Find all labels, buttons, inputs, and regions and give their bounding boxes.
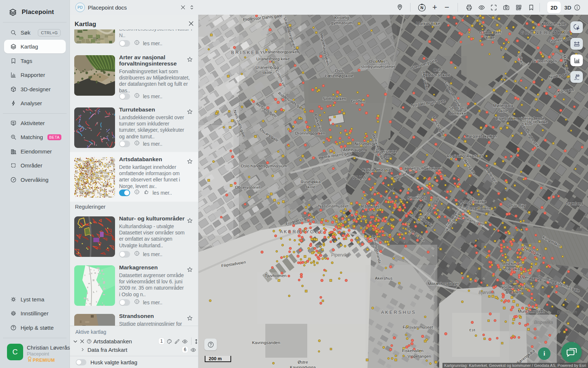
svg-text:G R Ü N E R L Ø K K A: G R Ü N E R L Ø K K A (520, 30, 570, 35)
svg-text:Kristelig: Kristelig (334, 15, 349, 20)
svg-text:Gamle Aker: Gamle Aker (479, 30, 501, 35)
svg-text:Bjørvika: Bjørvika (504, 267, 520, 271)
svg-text:Oslo handelsgymnasium: Oslo handelsgymnasium (241, 164, 287, 168)
svg-text:storbyuniversitetet: storbyuniversitetet (361, 64, 395, 69)
svg-text:Margaretakyrkan: Margaretakyrkan (465, 134, 497, 138)
svg-text:Militærhospitalet: Militærhospitalet (428, 282, 459, 286)
svg-text:Akershus: Akershus (375, 276, 392, 280)
svg-text:Bjørvika: Bjørvika (478, 290, 495, 295)
svg-text:Fiskehallen: Fiskehallen (402, 348, 423, 353)
svg-text:Katedralskole: Katedralskole (425, 73, 451, 77)
svg-text:B R I S K E B Y: B R I S K E B Y (231, 50, 263, 55)
svg-text:Nasjonalmuseet: Nasjonalmuseet (318, 204, 349, 208)
svg-text:Den: Den (509, 280, 517, 284)
svg-text:Forsvarsmuseet: Forsvarsmuseet (403, 325, 433, 329)
svg-text:N: N (420, 6, 423, 10)
svg-text:gymnasium: gymnasium (331, 21, 353, 25)
svg-text:skole: skole (306, 185, 316, 189)
svg-text:Oslo City: Oslo City (509, 204, 526, 208)
svg-text:Slottsparken: Slottsparken (323, 96, 346, 101)
svg-text:Lærerhøgskole: Lærerhøgskole (325, 74, 353, 78)
svg-text:E18: E18 (469, 328, 475, 332)
svg-text:Vippetangen: Vippetangen (408, 354, 431, 358)
svg-text:Oslo: Oslo (433, 68, 442, 72)
svg-text:Uranienborgparken: Uranienborgparken (263, 50, 299, 54)
svg-text:Rådhuset: Rådhuset (361, 204, 379, 209)
svg-text:Munchmuseet: Munchmuseet (518, 309, 545, 314)
svg-text:& Ballett: & Ballett (506, 290, 522, 294)
svg-text:Bispevika: Bispevika (534, 320, 553, 325)
svg-text:Stortinget: Stortinget (408, 196, 426, 200)
svg-text:Kavringdynga: Kavringdynga (290, 365, 316, 368)
svg-text:Kofoed skole: Kofoed skole (542, 22, 566, 26)
svg-text:Jacob kirke: Jacob kirke (526, 120, 548, 124)
svg-text:Regjeringskvartalet: Regjeringskvartalet (447, 154, 483, 158)
svg-text:skole: skole (498, 109, 508, 113)
svg-text:Oslo: Oslo (335, 68, 344, 73)
svg-text:Bispekilen: Bispekilen (557, 309, 577, 315)
svg-text:V I K A: V I K A (352, 175, 366, 180)
svg-text:Østre: Østre (298, 360, 308, 364)
svg-text:skole: skole (262, 70, 272, 75)
svg-text:kirke: kirke (486, 35, 495, 40)
svg-text:Grünerhagen: Grünerhagen (532, 59, 557, 63)
svg-text:OsloMet -: OsloMet - (369, 59, 387, 64)
svg-text:Grønland: Grønland (566, 201, 583, 206)
svg-text:A K E R B R Y G G E: A K E R B R Y G G E (280, 229, 323, 234)
svg-text:Markus kirke: Markus kirke (416, 21, 440, 26)
svg-text:Møllergata: Møllergata (493, 103, 513, 108)
svg-text:A K E R S H U S: A K E R S H U S (381, 310, 415, 315)
svg-text:Nationaltheatret: Nationaltheatret (362, 168, 392, 172)
svg-text:Ruseløkka: Ruseløkka (301, 180, 321, 184)
svg-text:Tjuvholmen: Tjuvholmen (265, 273, 286, 278)
svg-text:Basarhallene: Basarhallene (467, 206, 491, 210)
svg-text:Dronningparken: Dronningparken (295, 131, 325, 135)
svg-text:Deichman: Deichman (502, 262, 521, 266)
svg-text:Norske Opera: Norske Opera (500, 285, 527, 289)
svg-text:Observatoriet: Observatoriet (235, 185, 261, 190)
svg-text:Grotten: Grotten (351, 99, 365, 103)
svg-text:Pipervika: Pipervika (331, 252, 349, 258)
svg-text:Kavringsanden: Kavringsanden (252, 340, 280, 345)
svg-text:domkirke: domkirke (449, 111, 466, 116)
